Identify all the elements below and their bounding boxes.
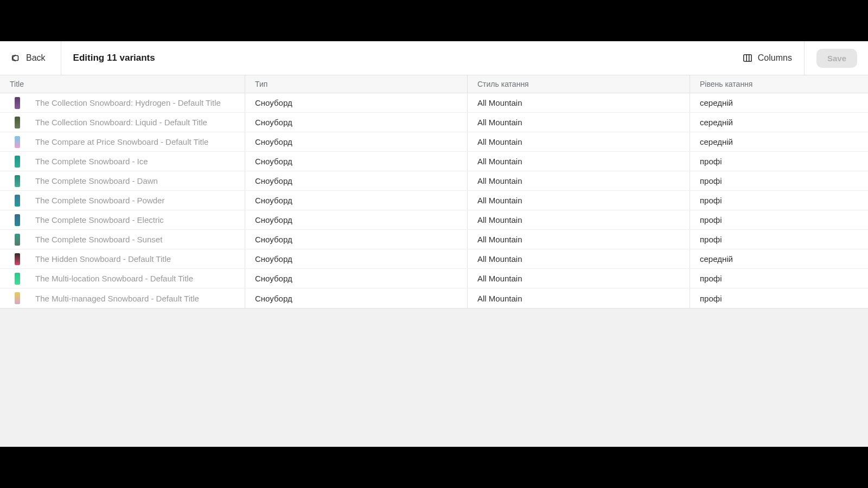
cell-level[interactable]: середній — [690, 249, 868, 268]
cell-title[interactable]: The Multi-location Snowboard - Default T… — [0, 269, 245, 288]
cell-type[interactable]: Сноуборд — [245, 249, 468, 268]
variant-title: The Collection Snowboard: Hydrogen - Def… — [35, 98, 221, 107]
column-header-title[interactable]: Title — [0, 75, 245, 93]
cell-type[interactable]: Сноуборд — [245, 171, 468, 190]
cell-title[interactable]: The Complete Snowboard - Electric — [0, 210, 245, 229]
variant-title: The Complete Snowboard - Sunset — [35, 235, 162, 244]
variants-table: Title Тип Стиль катання Рівень катання T… — [0, 75, 868, 309]
table-row[interactable]: The Collection Snowboard: Hydrogen - Def… — [0, 93, 868, 113]
cell-style[interactable]: All Mountain — [468, 249, 690, 268]
variant-title: The Multi-managed Snowboard - Default Ti… — [35, 294, 199, 303]
cell-title[interactable]: The Complete Snowboard - Powder — [0, 191, 245, 210]
variant-title: The Complete Snowboard - Electric — [35, 215, 164, 224]
cell-type[interactable]: Сноуборд — [245, 132, 468, 151]
product-thumbnail — [15, 175, 20, 187]
column-header-type[interactable]: Тип — [245, 75, 468, 93]
product-thumbnail — [15, 136, 20, 148]
cell-style[interactable]: All Mountain — [468, 132, 690, 151]
bulk-editor-window: Back Editing 11 variants Columns Save Ti… — [0, 41, 868, 447]
cell-title[interactable]: The Complete Snowboard - Dawn — [0, 171, 245, 190]
cell-type[interactable]: Сноуборд — [245, 191, 468, 210]
table-row[interactable]: The Complete Snowboard - ElectricСноубор… — [0, 210, 868, 230]
cell-title[interactable]: The Hidden Snowboard - Default Title — [0, 249, 245, 268]
product-thumbnail — [15, 273, 20, 285]
columns-label: Columns — [758, 53, 792, 63]
table-row[interactable]: The Collection Snowboard: Liquid - Defau… — [0, 113, 868, 132]
svg-rect-1 — [744, 55, 751, 62]
product-thumbnail — [15, 292, 20, 304]
cell-level[interactable]: профі — [690, 152, 868, 171]
product-thumbnail — [15, 97, 20, 109]
header-bar: Back Editing 11 variants Columns Save — [0, 41, 868, 75]
cell-level[interactable]: профі — [690, 171, 868, 190]
product-thumbnail — [15, 117, 20, 129]
back-icon — [11, 53, 21, 63]
cell-level[interactable]: профі — [690, 210, 868, 229]
cell-title[interactable]: The Multi-managed Snowboard - Default Ti… — [0, 288, 245, 308]
cell-level[interactable]: профі — [690, 191, 868, 210]
variant-title: The Hidden Snowboard - Default Title — [35, 254, 171, 264]
table-row[interactable]: The Complete Snowboard - IceСноубордAll … — [0, 152, 868, 171]
page-title: Editing 11 variants — [73, 53, 155, 63]
cell-type[interactable]: Сноуборд — [245, 210, 468, 229]
cell-style[interactable]: All Mountain — [468, 269, 690, 288]
cell-level[interactable]: середній — [690, 132, 868, 151]
cell-level[interactable]: профі — [690, 288, 868, 308]
product-thumbnail — [15, 234, 20, 246]
cell-type[interactable]: Сноуборд — [245, 269, 468, 288]
svg-rect-0 — [12, 56, 18, 61]
cell-title[interactable]: The Compare at Price Snowboard - Default… — [0, 132, 245, 151]
cell-style[interactable]: All Mountain — [468, 191, 690, 210]
cell-type[interactable]: Сноуборд — [245, 113, 468, 132]
cell-level[interactable]: середній — [690, 93, 868, 112]
cell-style[interactable]: All Mountain — [468, 288, 690, 308]
cell-style[interactable]: All Mountain — [468, 171, 690, 190]
save-button[interactable]: Save — [816, 49, 857, 68]
variant-title: The Complete Snowboard - Dawn — [35, 176, 158, 185]
column-header-style[interactable]: Стиль катання — [468, 75, 690, 93]
variant-title: The Complete Snowboard - Ice — [35, 157, 148, 166]
cell-level[interactable]: профі — [690, 230, 868, 249]
cell-type[interactable]: Сноуборд — [245, 93, 468, 112]
variant-title: The Compare at Price Snowboard - Default… — [35, 137, 208, 146]
variant-title: The Complete Snowboard - Powder — [35, 196, 164, 205]
cell-type[interactable]: Сноуборд — [245, 288, 468, 308]
table-body: The Collection Snowboard: Hydrogen - Def… — [0, 93, 868, 308]
product-thumbnail — [15, 214, 20, 226]
table-row[interactable]: The Compare at Price Snowboard - Default… — [0, 132, 868, 152]
cell-style[interactable]: All Mountain — [468, 230, 690, 249]
cell-level[interactable]: середній — [690, 113, 868, 132]
cell-title[interactable]: The Collection Snowboard: Hydrogen - Def… — [0, 93, 245, 112]
cell-title[interactable]: The Complete Snowboard - Sunset — [0, 230, 245, 249]
cell-title[interactable]: The Complete Snowboard - Ice — [0, 152, 245, 171]
cell-level[interactable]: профі — [690, 269, 868, 288]
table-row[interactable]: The Hidden Snowboard - Default TitleСноу… — [0, 249, 868, 269]
product-thumbnail — [15, 156, 20, 168]
table-header-row: Title Тип Стиль катання Рівень катання — [0, 75, 868, 93]
cell-title[interactable]: The Collection Snowboard: Liquid - Defau… — [0, 113, 245, 132]
product-thumbnail — [15, 253, 20, 265]
back-label: Back — [26, 53, 46, 63]
cell-style[interactable]: All Mountain — [468, 152, 690, 171]
cell-type[interactable]: Сноуборд — [245, 230, 468, 249]
column-header-level[interactable]: Рівень катання — [690, 75, 868, 93]
back-button[interactable]: Back — [11, 41, 61, 75]
cell-style[interactable]: All Mountain — [468, 113, 690, 132]
table-row[interactable]: The Complete Snowboard - DawnСноубордAll… — [0, 171, 868, 191]
variant-title: The Multi-location Snowboard - Default T… — [35, 274, 193, 283]
columns-button[interactable]: Columns — [731, 41, 805, 75]
cell-type[interactable]: Сноуборд — [245, 152, 468, 171]
columns-icon — [743, 53, 752, 63]
table-row[interactable]: The Multi-location Snowboard - Default T… — [0, 269, 868, 288]
table-row[interactable]: The Complete Snowboard - SunsetСноубордA… — [0, 230, 868, 249]
product-thumbnail — [15, 195, 20, 207]
cell-style[interactable]: All Mountain — [468, 210, 690, 229]
variant-title: The Collection Snowboard: Liquid - Defau… — [35, 118, 207, 127]
cell-style[interactable]: All Mountain — [468, 93, 690, 112]
table-row[interactable]: The Complete Snowboard - PowderСноубордA… — [0, 191, 868, 210]
table-row[interactable]: The Multi-managed Snowboard - Default Ti… — [0, 288, 868, 308]
